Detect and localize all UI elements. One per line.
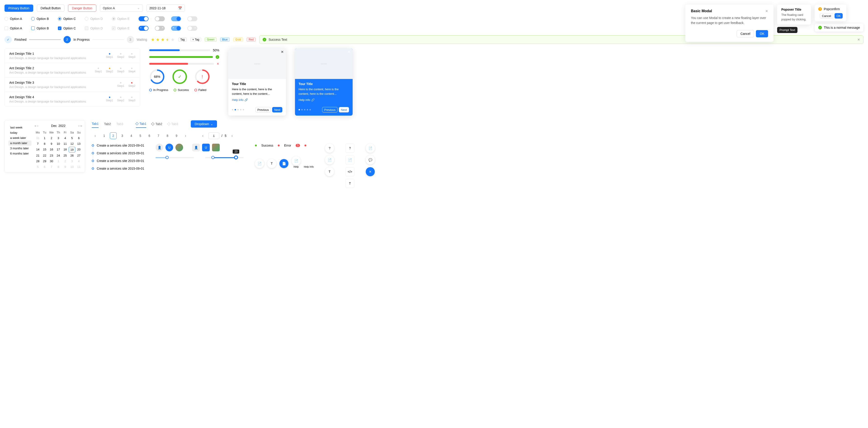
file-fab-primary[interactable]: 📄 bbox=[279, 159, 288, 168]
close-fab[interactable]: ✕ bbox=[366, 167, 375, 176]
radio-b[interactable]: Option B bbox=[31, 17, 49, 21]
page-input[interactable] bbox=[209, 132, 219, 139]
pagination-simple: ‹ / 5 › bbox=[199, 132, 236, 139]
help-fab[interactable]: 📄 bbox=[291, 156, 301, 165]
tab-3: Tab3 bbox=[168, 120, 178, 127]
badge-count: 5 bbox=[296, 144, 300, 147]
radio-e: Option E bbox=[112, 17, 129, 21]
error-dot bbox=[278, 145, 280, 146]
switch-on-x[interactable] bbox=[138, 26, 149, 31]
file-fab[interactable]: 📄 bbox=[345, 155, 354, 165]
file-fab[interactable]: 📄 bbox=[325, 155, 334, 165]
next-button[interactable]: Next bbox=[339, 107, 349, 112]
avatar-square: U bbox=[202, 144, 210, 151]
checkbox-a[interactable]: Option A bbox=[4, 26, 22, 30]
tabs: Tab1 Tab2 Tab3 bbox=[92, 120, 123, 128]
close-icon[interactable]: ✕ bbox=[347, 50, 350, 54]
tour-card-primary: ✕▭▭▭ Tour Title Here is the content, her… bbox=[295, 49, 352, 116]
next-button[interactable]: Next bbox=[272, 107, 282, 112]
fab-column-2: ? 📄 </> T bbox=[345, 144, 354, 188]
progress-section: 50% ✓ ✕ 68% ✓ ! In Progress Success Fail… bbox=[149, 49, 219, 92]
text-fab[interactable]: T bbox=[267, 159, 276, 168]
steps: Finished 2In Progress 3Waiting bbox=[4, 36, 147, 43]
switch-light-on[interactable] bbox=[171, 16, 181, 21]
diamond-icon bbox=[167, 122, 170, 125]
file-fab[interactable]: 📄 bbox=[255, 159, 264, 168]
list-item: Ant Design Title 2Ant Design, a design l… bbox=[5, 63, 140, 78]
comment-fab[interactable]: 💬 bbox=[366, 155, 375, 165]
popover: Popover Title The floating card popped b… bbox=[777, 4, 811, 25]
radio-d: Option D bbox=[85, 17, 103, 21]
switch-disabled bbox=[187, 16, 197, 21]
dropdown-button[interactable]: Dropdown ⌄ bbox=[191, 120, 217, 127]
tour-card: ✕▭▭▭ Tour Title Here is the content, her… bbox=[228, 49, 286, 116]
popconfirm-cancel[interactable]: Cancel bbox=[820, 13, 833, 19]
code-fab[interactable]: </> bbox=[345, 167, 354, 176]
switch-off-x[interactable] bbox=[155, 26, 165, 31]
fab-column-1: ? 📄 T bbox=[325, 144, 334, 176]
tabs-icon: Tab1 Tab2 Tab3 bbox=[136, 120, 178, 128]
tab-1[interactable]: Tab1 bbox=[92, 120, 98, 128]
tag-red[interactable]: Red bbox=[247, 37, 256, 41]
diamond-icon bbox=[151, 122, 154, 125]
calendar-icon: 📅 bbox=[178, 6, 182, 10]
tag-gold[interactable]: Gold bbox=[233, 37, 243, 41]
avatar: 👤 bbox=[156, 144, 163, 151]
date-input[interactable]: 2022-11-18 📅 bbox=[147, 4, 185, 12]
tag-plain[interactable]: Tag bbox=[178, 37, 187, 41]
checkbox-d: Option D bbox=[85, 26, 103, 30]
default-button[interactable]: Default Button bbox=[37, 4, 65, 12]
question-fab[interactable]: ? bbox=[345, 144, 354, 153]
avatar-square: 👤 bbox=[192, 144, 200, 151]
text-fab[interactable]: T bbox=[345, 179, 354, 188]
previous-button[interactable]: Previous bbox=[255, 107, 271, 112]
tab-2[interactable]: Tab2 bbox=[152, 120, 162, 127]
switch-off[interactable] bbox=[155, 16, 165, 21]
rating[interactable]: ★★★★★ bbox=[151, 37, 175, 42]
check-icon: ✓ bbox=[263, 38, 266, 41]
close-icon[interactable]: ✕ bbox=[281, 50, 284, 54]
tab-2[interactable]: Tab2 bbox=[104, 120, 111, 127]
prev-nav[interactable]: « ‹ bbox=[35, 124, 38, 127]
message: ✓ This is a normal message bbox=[815, 24, 864, 32]
tag-add[interactable]: + Tag bbox=[190, 37, 201, 41]
radio-c[interactable]: Option C bbox=[58, 17, 76, 21]
close-icon[interactable]: ✕ bbox=[765, 9, 768, 13]
warning-icon: ! bbox=[818, 7, 822, 11]
help-link[interactable]: Help info🔗 bbox=[232, 98, 282, 102]
checkbox-b[interactable]: Option B bbox=[31, 26, 49, 30]
prev-page[interactable]: ‹ bbox=[199, 132, 206, 139]
avatar-square bbox=[212, 144, 220, 151]
list-item: Ant Design Title 1Ant Design, a design l… bbox=[5, 49, 140, 63]
danger-button[interactable]: Danger Button bbox=[68, 4, 96, 12]
check-icon: ✓ bbox=[818, 26, 822, 29]
link-icon: 🔗 bbox=[311, 98, 315, 102]
question-fab[interactable]: ? bbox=[325, 144, 334, 153]
slider[interactable] bbox=[156, 157, 194, 158]
calendar[interactable]: last week today a week later a month lat… bbox=[4, 120, 85, 172]
tag-green[interactable]: Green bbox=[205, 37, 216, 41]
previous-button[interactable]: Previous bbox=[322, 107, 338, 112]
primary-button[interactable]: Primary Button bbox=[4, 4, 33, 12]
help-link[interactable]: Help info🔗 bbox=[299, 98, 349, 102]
tab-1[interactable]: Tab1 bbox=[136, 120, 146, 128]
tag-blue[interactable]: Blue bbox=[220, 37, 230, 41]
pagination: ‹ 123456789 › bbox=[92, 132, 189, 139]
checkbox-c[interactable]: Option C bbox=[58, 26, 76, 30]
prev-page[interactable]: ‹ bbox=[92, 132, 98, 139]
range-slider[interactable]: 23 bbox=[205, 157, 244, 158]
popconfirm-ok[interactable]: OK bbox=[835, 13, 843, 19]
next-nav[interactable]: › » bbox=[79, 124, 82, 127]
file-fab[interactable]: 📄 bbox=[366, 144, 375, 153]
switch-light-x[interactable] bbox=[171, 26, 181, 31]
text-fab[interactable]: T bbox=[325, 167, 334, 176]
next-page[interactable]: › bbox=[229, 132, 236, 139]
next-page[interactable]: › bbox=[182, 132, 189, 139]
list-item: Ant Design Title 3Ant Design, a design l… bbox=[5, 78, 140, 92]
timeline: Create a services site 2015-09-01 Create… bbox=[92, 144, 144, 174]
cancel-button[interactable]: Cancel bbox=[737, 30, 754, 37]
select-option[interactable]: Option A bbox=[100, 4, 143, 12]
ok-button[interactable]: OK bbox=[756, 30, 768, 37]
switch-on[interactable] bbox=[138, 16, 149, 21]
radio-a[interactable]: Option A bbox=[4, 17, 22, 21]
